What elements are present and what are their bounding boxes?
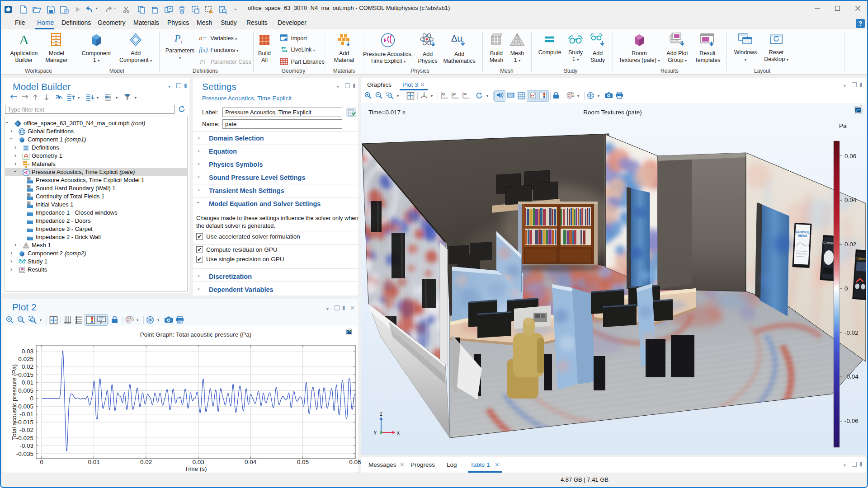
svg-text:-0.015: -0.015	[16, 419, 33, 426]
svg-text:0: 0	[844, 285, 848, 292]
svg-text:0: 0	[40, 459, 43, 465]
svg-text:0.03: 0.03	[192, 459, 204, 465]
svg-text:0: 0	[30, 395, 33, 402]
svg-text:0.01: 0.01	[88, 459, 99, 465]
svg-text:-0.06: -0.06	[844, 418, 859, 424]
svg-text:-0.02: -0.02	[844, 329, 859, 336]
svg-text:0.05: 0.05	[297, 459, 309, 465]
svg-text:-0.04: -0.04	[844, 373, 859, 380]
svg-text:0.06: 0.06	[844, 153, 856, 160]
svg-text:0.015: 0.015	[18, 371, 33, 378]
svg-text:Time (s): Time (s)	[185, 465, 207, 472]
svg-text:0.04: 0.04	[245, 459, 257, 465]
svg-text:Δu: Δu	[451, 33, 462, 43]
svg-text:NEWS: NEWS	[797, 234, 807, 237]
svg-text:Pa: Pa	[839, 122, 847, 129]
svg-text:0.025: 0.025	[18, 356, 33, 362]
svg-text:-0.005: -0.005	[16, 403, 33, 410]
svg-text:Total acoustic pressure (Pa): Total acoustic pressure (Pa)	[11, 364, 18, 440]
svg-text:0.04: 0.04	[844, 197, 857, 203]
svg-text:-0.02: -0.02	[19, 427, 33, 433]
svg-text:0.01: 0.01	[22, 379, 33, 386]
svg-text:0.02: 0.02	[140, 459, 152, 465]
svg-text:-0.035: -0.035	[16, 450, 33, 457]
svg-text:Room Textures (pate): Room Textures (pate)	[583, 109, 642, 116]
svg-text:z: z	[380, 411, 382, 417]
svg-text:0.005: 0.005	[18, 387, 33, 394]
svg-text:0.02: 0.02	[22, 363, 33, 370]
svg-text:0.06: 0.06	[349, 459, 361, 465]
svg-text:Point Graph: Total acoustic pr: Point Graph: Total acoustic pressure (Pa…	[140, 331, 252, 338]
svg-text:yz: yz	[453, 92, 456, 96]
svg-text:xz: xz	[463, 92, 467, 95]
svg-text:-0.025: -0.025	[16, 435, 33, 441]
svg-text:-0.03: -0.03	[19, 442, 33, 449]
svg-text:x: x	[397, 430, 400, 436]
svg-text:y: y	[374, 429, 377, 435]
svg-text:-0.01: -0.01	[19, 411, 33, 418]
svg-text:Time=0.017 s: Time=0.017 s	[368, 109, 406, 116]
svg-text:xy: xy	[442, 92, 445, 96]
svg-text:0.02: 0.02	[844, 241, 856, 248]
svg-text:0.03: 0.03	[22, 348, 33, 355]
